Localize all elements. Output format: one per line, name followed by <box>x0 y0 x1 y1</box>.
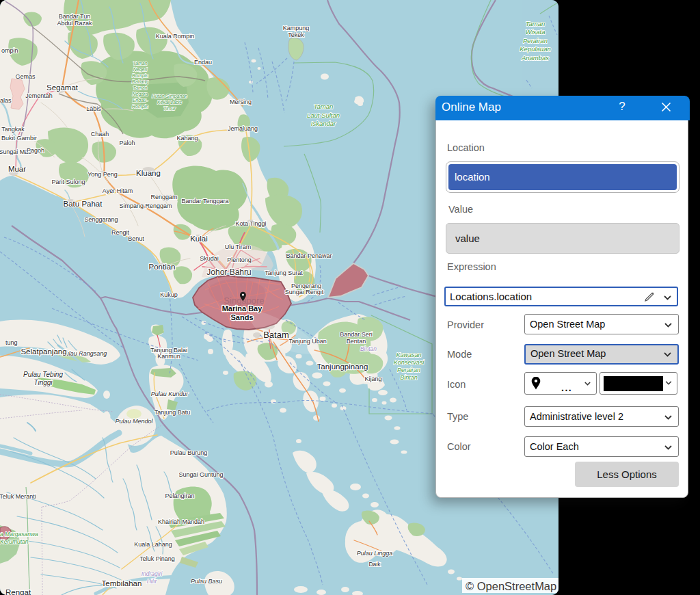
svg-text:Konservasi: Konservasi <box>394 359 425 366</box>
svg-text:Pagoh: Pagoh <box>27 147 44 154</box>
svg-text:Indragiri: Indragiri <box>142 570 163 577</box>
svg-text:Tanjung Surat: Tanjung Surat <box>265 269 303 276</box>
svg-text:Bentan: Bentan <box>347 338 366 345</box>
svg-text:Laut Sultan: Laut Sultan <box>307 111 340 119</box>
svg-text:Endau: Endau <box>194 59 212 66</box>
svg-text:Daik: Daik <box>368 561 381 568</box>
svg-text:Parit Sulong: Parit Sulong <box>51 178 85 185</box>
svg-text:Kulai: Kulai <box>190 235 208 243</box>
svg-text:Timur: Timur <box>163 106 176 111</box>
svg-text:Perairan: Perairan <box>523 37 548 44</box>
svg-text:Kijang: Kijang <box>364 375 381 382</box>
svg-text:Kota Tinggi: Kota Tinggi <box>235 220 266 227</box>
svg-text:Tembilahan: Tembilahan <box>102 579 142 587</box>
svg-text:Negara: Negara <box>133 92 148 97</box>
svg-text:Rengit: Rengit <box>111 229 130 236</box>
svg-text:Pulau Mendol: Pulau Mendol <box>115 418 153 425</box>
svg-text:Kuala Lahang: Kuala Lahang <box>134 541 172 548</box>
svg-text:Pulau Rangsang: Pulau Rangsang <box>62 350 107 357</box>
svg-text:Endau-: Endau- <box>133 98 148 103</box>
svg-text:Chaah: Chaah <box>91 131 109 137</box>
svg-text:Segamat: Segamat <box>46 83 79 92</box>
svg-text:a Margasanwa: a Margasanwa <box>0 531 38 538</box>
svg-text:Wisata: Wisata <box>526 28 546 36</box>
svg-text:Kepulauan: Kepulauan <box>520 45 550 53</box>
svg-text:Plentong: Plentong <box>227 256 252 263</box>
svg-text:Kahang: Kahang <box>176 135 198 142</box>
svg-text:Tanjungpinang: Tanjungpinang <box>317 362 368 371</box>
svg-text:Bandar Tun: Bandar Tun <box>59 13 91 20</box>
svg-text:Kukup: Kukup <box>160 291 178 298</box>
svg-text:Renggam: Renggam <box>150 194 177 200</box>
svg-text:Tangkak: Tangkak <box>1 126 25 133</box>
svg-text:Labis: Labis <box>86 105 101 112</box>
svg-text:Karimun: Karimun <box>157 353 180 360</box>
svg-text:© OpenStreetMap: © OpenStreetMap <box>466 580 556 592</box>
svg-text:Batu Pahat: Batu Pahat <box>64 200 103 208</box>
svg-text:Teluk Meranti: Teluk Meranti <box>0 493 36 500</box>
svg-text:Pelangiran: Pelangiran <box>165 492 194 499</box>
svg-text:Rahang: Rahang <box>132 79 149 85</box>
svg-text:Negeri: Negeri <box>133 67 148 72</box>
svg-text:Senggarang: Senggarang <box>84 216 118 223</box>
svg-text:Batam: Batam <box>263 330 289 340</box>
svg-text:Tanjung Uban: Tanjung Uban <box>288 338 327 345</box>
svg-text:Benut: Benut <box>128 235 144 242</box>
svg-text:Paloh: Paloh <box>119 140 135 146</box>
svg-text:Taman: Taman <box>133 61 147 66</box>
svg-text:Sungai Rengit: Sungai Rengit <box>285 289 324 295</box>
svg-text:Selatpanjang: Selatpanjang <box>21 347 66 356</box>
svg-text:Skudai: Skudai <box>200 255 219 262</box>
svg-text:Jemaluang: Jemaluang <box>228 125 258 132</box>
svg-text:Tinggi: Tinggi <box>33 379 53 386</box>
svg-text:Sands: Sands <box>230 313 253 321</box>
svg-text:Rompin: Rompin <box>132 73 148 79</box>
svg-text:Perairan: Perairan <box>397 367 420 373</box>
svg-text:Hilir: Hilir <box>147 578 158 585</box>
svg-text:Abdul Razak: Abdul Razak <box>57 20 92 27</box>
svg-text:Pulau Kundur: Pulau Kundur <box>151 391 189 397</box>
svg-text:Pulau Lingga: Pulau Lingga <box>357 550 393 557</box>
svg-text:Simpang Renggam: Simpang Renggam <box>119 202 172 209</box>
svg-text:Pulau Basu: Pulau Basu <box>191 578 222 585</box>
svg-text:Gemas: Gemas <box>15 73 36 80</box>
svg-text:Bandar Tenggara: Bandar Tenggara <box>182 198 229 204</box>
svg-text:Pontian: Pontian <box>148 263 175 271</box>
svg-text:Iskandar: Iskandar <box>311 120 336 127</box>
svg-text:Pulau Burung: Pulau Burung <box>170 449 208 456</box>
svg-text:Anambas: Anambas <box>521 54 549 62</box>
svg-text:Kuala Rompin: Kuala Rompin <box>156 33 195 40</box>
svg-text:Tanjung Batu: Tanjung Batu <box>154 409 191 416</box>
svg-text:Johor Bahru: Johor Bahru <box>206 267 251 277</box>
svg-text:Rompin: Rompin <box>132 104 148 109</box>
svg-text:Bandar Seri: Bandar Seri <box>340 331 373 338</box>
svg-text:Teluk Pinang: Teluk Pinang <box>139 555 175 562</box>
svg-text:Tekek: Tekek <box>288 31 304 38</box>
svg-text:Muar: Muar <box>8 165 26 173</box>
svg-text:Kerumutan: Kerumutan <box>0 538 29 545</box>
svg-text:Ayer Hitam: Ayer Hitam <box>103 187 133 194</box>
svg-text:Kawasan: Kawasan <box>396 352 421 358</box>
svg-text:Bintan: Bintan <box>360 345 377 352</box>
svg-text:ompin: ompin <box>1 47 18 54</box>
svg-text:Pulau Tebing: Pulau Tebing <box>23 371 63 378</box>
svg-text:tung: tung <box>5 339 18 346</box>
svg-text:alas: alas <box>0 97 12 104</box>
svg-text:Bandar Penawar: Bandar Penawar <box>286 252 332 259</box>
svg-text:Bintan: Bintan <box>400 374 418 381</box>
svg-text:Taman: Taman <box>314 103 334 110</box>
svg-text:Hutan Simpanan: Hutan Simpanan <box>152 94 187 99</box>
svg-text:Yong Peng: Yong Peng <box>88 171 118 178</box>
svg-text:Jementah: Jementah <box>25 92 53 99</box>
svg-text:Sungai Guntung: Sungai Guntung <box>178 471 223 478</box>
svg-text:Kampung: Kampung <box>283 25 310 31</box>
svg-text:Taman: Taman <box>133 85 147 90</box>
svg-text:Khairiah Mandah: Khairiah Mandah <box>158 518 204 525</box>
svg-text:Taman: Taman <box>526 20 546 27</box>
svg-text:Kluang: Kluang <box>136 169 161 177</box>
svg-text:Kekal Labis: Kekal Labis <box>157 100 183 105</box>
svg-text:Ulu Tiram: Ulu Tiram <box>225 243 252 250</box>
svg-text:Rengat: Rengat <box>5 588 31 595</box>
svg-text:Bukit Gambir: Bukit Gambir <box>1 135 37 142</box>
svg-text:Marina Bay: Marina Bay <box>222 304 263 313</box>
